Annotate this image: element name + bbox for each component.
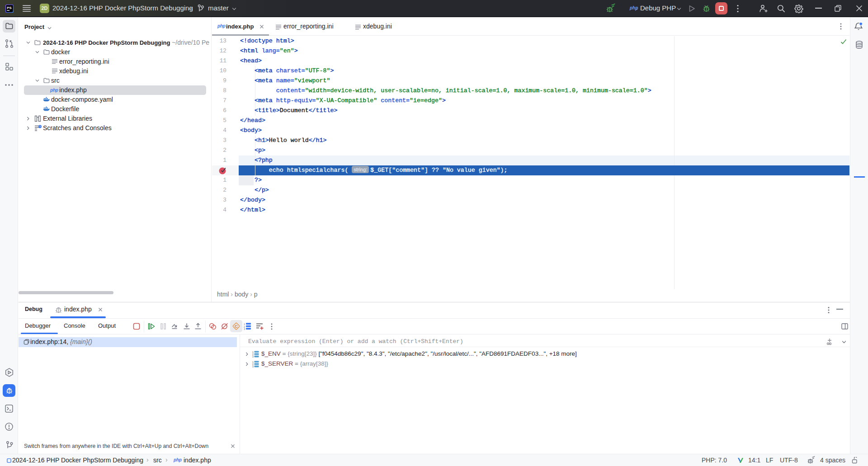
svg-text:3: 3 (252, 365, 254, 367)
svg-text:PS: PS (7, 6, 11, 10)
svg-text:3: 3 (244, 328, 245, 330)
svg-text:3: 3 (252, 355, 254, 358)
svg-text:C: C (235, 324, 238, 329)
